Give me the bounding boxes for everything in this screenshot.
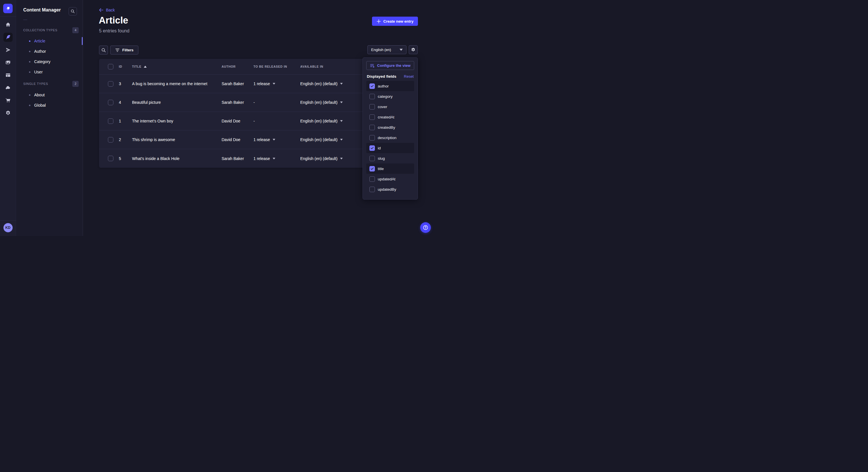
paper-plane-icon: [5, 47, 11, 53]
field-toggle-row[interactable]: createdBy: [366, 122, 414, 133]
cell-release[interactable]: 1 release: [253, 137, 300, 142]
checkbox[interactable]: [369, 83, 375, 89]
create-label: Create new entry: [383, 19, 414, 24]
cell-author: David Doe: [222, 119, 253, 123]
sidebar-item[interactable]: User: [16, 67, 83, 77]
locale-value: English (en): [371, 47, 391, 52]
row-checkbox[interactable]: [108, 119, 113, 124]
checkbox[interactable]: [369, 145, 375, 151]
row-checkbox[interactable]: [108, 156, 113, 161]
locale-select[interactable]: English (en): [367, 45, 406, 54]
column-header-release[interactable]: TO BE RELEASED IN: [253, 65, 300, 68]
table-search-button[interactable]: [99, 45, 108, 55]
single-types-section-header: SINGLE TYPES 2: [23, 81, 79, 87]
sidebar-item-label: About: [34, 93, 45, 97]
cell-id: 2: [119, 137, 132, 142]
cell-release[interactable]: 1 release: [253, 81, 300, 86]
nav-cloud-button[interactable]: [3, 83, 12, 92]
checkbox[interactable]: [369, 94, 375, 99]
sidebar-item[interactable]: Global: [16, 100, 83, 110]
row-checkbox[interactable]: [108, 81, 113, 87]
field-toggle-row[interactable]: id: [366, 143, 414, 153]
field-toggle-row[interactable]: createdAt: [366, 112, 414, 122]
sidebar-item[interactable]: Article: [16, 36, 83, 46]
field-toggle-row[interactable]: slug: [366, 153, 414, 164]
column-header-id[interactable]: ID: [119, 65, 132, 68]
sidebar-divider: [23, 20, 27, 20]
sidebar-item-label: Author: [34, 49, 46, 54]
configure-view-label: Configure the view: [377, 63, 410, 68]
chevron-down-icon: [340, 120, 343, 122]
field-toggle-row[interactable]: category: [366, 91, 414, 102]
checkbox[interactable]: [369, 135, 375, 140]
nav-deploy-button[interactable]: [3, 45, 12, 55]
cell-release[interactable]: 1 release: [253, 156, 300, 161]
section-label: COLLECTION TYPES: [23, 28, 57, 32]
create-new-entry-button[interactable]: Create new entry: [372, 16, 418, 26]
checkmark-icon: [371, 167, 374, 170]
cloud-icon: [5, 85, 11, 91]
checkbox[interactable]: [369, 125, 375, 130]
fields-list: author category cover: [366, 81, 414, 194]
column-header-author[interactable]: AUTHOR: [222, 65, 253, 68]
main-nav-rail: KD: [0, 0, 16, 236]
checkbox[interactable]: [369, 156, 375, 161]
nav-media-library-button[interactable]: [3, 58, 12, 67]
field-toggle-row[interactable]: updatedBy: [366, 184, 414, 194]
filters-button[interactable]: Filters: [110, 45, 138, 55]
select-all-checkbox[interactable]: [108, 64, 113, 69]
field-toggle-row[interactable]: updatedAt: [366, 174, 414, 184]
field-toggle-row[interactable]: cover: [366, 102, 414, 112]
cell-author: David Doe: [222, 137, 253, 142]
help-button[interactable]: [420, 222, 431, 233]
sidebar-item[interactable]: Category: [16, 57, 83, 67]
nav-marketplace-button[interactable]: [3, 96, 12, 105]
checkbox[interactable]: [369, 187, 375, 192]
cell-id: 4: [119, 100, 132, 105]
field-toggle-row[interactable]: author: [366, 81, 414, 91]
back-button[interactable]: Back: [99, 8, 115, 12]
shopping-cart-icon: [5, 98, 11, 103]
column-header-title[interactable]: TITLE: [132, 65, 222, 68]
nav-settings-button[interactable]: [3, 108, 12, 117]
cell-id: 1: [119, 119, 132, 123]
nav-home-button[interactable]: [3, 20, 12, 29]
cell-id: 3: [119, 81, 132, 86]
filters-label: Filters: [122, 48, 133, 52]
active-item-indicator: [82, 37, 83, 45]
filter-icon: [115, 48, 120, 52]
checkbox[interactable]: [369, 176, 375, 182]
view-settings-popover: Configure the view Displayed fields Rese…: [363, 57, 418, 200]
sidebar-item[interactable]: Author: [16, 46, 83, 57]
cell-release[interactable]: -: [253, 119, 300, 123]
strapi-logo[interactable]: [3, 4, 12, 13]
field-label: slug: [378, 156, 385, 161]
back-label: Back: [106, 8, 115, 12]
view-settings-button[interactable]: [409, 45, 417, 54]
sidebar-item-label: User: [34, 70, 43, 74]
nav-content-type-builder-button[interactable]: [3, 71, 12, 80]
row-checkbox[interactable]: [108, 100, 113, 105]
checkbox[interactable]: [369, 104, 375, 109]
field-toggle-row[interactable]: description: [366, 133, 414, 143]
row-checkbox[interactable]: [108, 137, 113, 142]
checkbox[interactable]: [369, 166, 375, 171]
configure-view-button[interactable]: Configure the view: [366, 61, 414, 70]
cell-release[interactable]: -: [253, 100, 300, 105]
displayed-fields-title: Displayed fields: [367, 74, 396, 78]
reset-button[interactable]: Reset: [404, 74, 414, 78]
field-label: createdAt: [378, 115, 394, 119]
cell-id: 5: [119, 156, 132, 161]
images-icon: [5, 60, 11, 65]
chevron-down-icon: [340, 102, 343, 103]
sidebar-item[interactable]: About: [16, 90, 83, 100]
sort-ascending-icon: [144, 66, 147, 68]
cell-title: Beautiful picture: [132, 100, 222, 105]
bullet-icon: [29, 61, 30, 63]
sidebar-search-button[interactable]: [69, 7, 77, 15]
field-toggle-row[interactable]: title: [366, 164, 414, 174]
cell-title: What's inside a Black Hole: [132, 156, 222, 161]
nav-content-manager-button[interactable]: [3, 33, 12, 42]
user-avatar[interactable]: KD: [3, 223, 12, 232]
checkbox[interactable]: [369, 114, 375, 120]
